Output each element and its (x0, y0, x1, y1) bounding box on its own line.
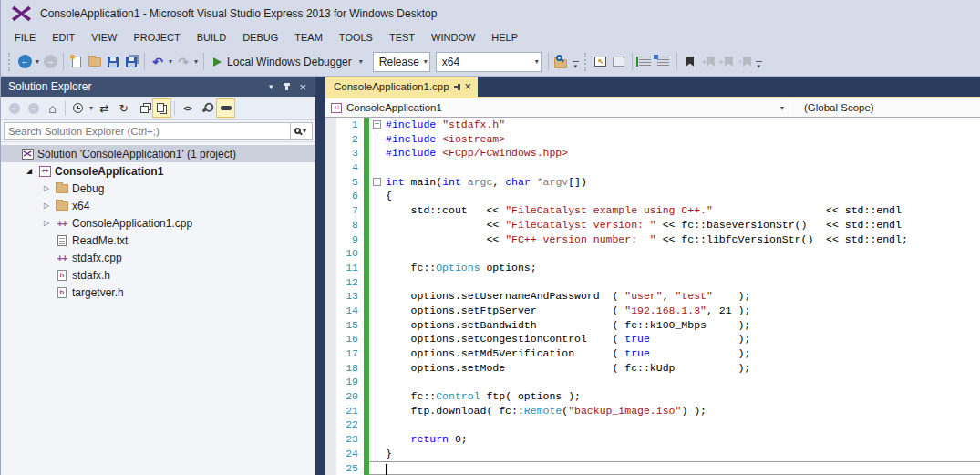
navigate-backward-button[interactable]: ← (15, 51, 34, 73)
pin-tab-icon[interactable] (454, 86, 460, 88)
tree-item-stdafx-cpp[interactable]: ++stdafx.cpp (1, 249, 315, 266)
menu-view[interactable]: VIEW (83, 29, 125, 46)
preview-selected-items-button[interactable] (216, 98, 235, 118)
close-icon[interactable]: × (295, 81, 310, 93)
menu-debug[interactable]: DEBUG (234, 29, 286, 46)
code-line-21[interactable]: 21 ftp.download( fc::Remote("backup_imag… (325, 404, 980, 418)
code-line-11[interactable]: 11 fc::Options options; (325, 261, 980, 275)
member-scope-combobox[interactable]: (Global Scope) (791, 98, 980, 117)
code-line-2[interactable]: 2#include <iostream> (325, 132, 980, 147)
platform-combobox[interactable]: x64 ▾ (436, 52, 542, 72)
undo-button[interactable]: ↶ (149, 51, 167, 73)
start-debugging-button[interactable]: Local Windows Debugger ▾ (208, 51, 370, 73)
code-line-9[interactable]: 9 << "FC++ version number: " << fc::libf… (325, 232, 980, 247)
comment-button[interactable] (610, 51, 628, 73)
tree-item-consoleapplication1[interactable]: ◢++ConsoleApplication1 (1, 162, 315, 180)
panel-splitter[interactable] (315, 77, 325, 475)
code-line-1[interactable]: 1−#include "stdafx.h" (325, 118, 980, 132)
menu-edit[interactable]: EDIT (44, 29, 83, 46)
code-line-19[interactable]: 19 (325, 375, 980, 389)
new-file-button[interactable] (67, 51, 86, 73)
code-line-25[interactable]: 25 (325, 461, 980, 475)
save-button[interactable] (104, 51, 122, 73)
find-in-files-button[interactable] (552, 51, 571, 73)
code-line-8[interactable]: 8 << "FileCatalyst version: " << fc::bas… (325, 218, 980, 232)
code-editor[interactable]: 1−#include "stdafx.h"2#include <iostream… (325, 118, 980, 475)
tree-expander-icon[interactable]: ◢ (22, 167, 36, 175)
code-line-4[interactable]: 4 (325, 160, 980, 175)
refresh-button[interactable]: ↻ (114, 98, 133, 118)
se-back-button[interactable]: ← (5, 98, 24, 118)
filter-dropdown[interactable]: ▾ (88, 104, 95, 112)
navigate-to-button[interactable]: ↖ (592, 51, 610, 73)
menu-team[interactable]: TEAM (286, 29, 331, 46)
decrease-indent-button[interactable] (636, 51, 655, 73)
se-forward-button[interactable]: → (24, 98, 43, 118)
menu-project[interactable]: PROJECT (125, 29, 188, 46)
toolbar-grip[interactable] (584, 53, 588, 71)
se-home-button[interactable]: ⌂ (43, 98, 62, 118)
code-line-6[interactable]: 6{ (325, 189, 980, 203)
menu-file[interactable]: FILE (6, 29, 44, 46)
tree-item-consoleapplication1-cpp[interactable]: ▷++ConsoleApplication1.cpp (1, 214, 315, 232)
redo-dropdown[interactable]: ▾ (192, 57, 200, 66)
navigate-backward-dropdown[interactable]: ▾ (34, 57, 41, 66)
code-line-17[interactable]: 17 options.setMd5Verification ( true ); (325, 346, 980, 361)
code-line-10[interactable]: 10 (325, 246, 980, 261)
toggle-bookmark-button[interactable] (681, 51, 699, 73)
code-line-3[interactable]: 3#include <FCpp/FCWindows.hpp> (325, 146, 980, 160)
code-line-15[interactable]: 15 options.setBandwidth ( fc::k100_Mbps … (325, 318, 980, 333)
next-bookmark-button[interactable]: ▸ (717, 51, 736, 73)
tree-item-readme-txt[interactable]: ReadMe.txt (1, 232, 315, 249)
code-line-7[interactable]: 7 std::cout << "FileCatalyst example usi… (325, 203, 980, 218)
open-file-button[interactable] (86, 51, 104, 73)
window-position-dropdown[interactable]: ▾ (263, 82, 279, 91)
toolbar-options-button[interactable]: ▾ (756, 61, 762, 70)
tab-consoleapplication1-cpp[interactable]: ConsoleApplication1.cpp × (325, 77, 478, 97)
pin-icon[interactable] (285, 83, 288, 90)
sync-with-active-document-button[interactable]: ⇄ (95, 98, 114, 118)
search-input[interactable] (4, 122, 291, 140)
navigate-forward-button[interactable]: → (41, 51, 59, 73)
code-line-16[interactable]: 16 options.setCongestionControl ( true )… (325, 332, 980, 346)
view-code-button[interactable]: <> (178, 98, 197, 118)
tree-expander-icon[interactable]: ▷ (39, 201, 54, 210)
fold-collapse-icon[interactable]: − (373, 178, 381, 186)
code-line-20[interactable]: 20 fc::Control ftp( options ); (325, 389, 980, 404)
undo-dropdown[interactable]: ▾ (167, 57, 174, 66)
previous-bookmark-button[interactable]: ◂ (699, 51, 717, 73)
search-icon[interactable] (294, 128, 301, 134)
tree-expander-icon[interactable]: ▷ (39, 184, 54, 192)
redo-button[interactable]: ↷ (174, 51, 192, 73)
project-scope-combobox[interactable]: ++ ConsoleApplication1 ▾ (325, 98, 789, 117)
tree-item-stdafx-h[interactable]: hstdafx.h (1, 266, 315, 284)
toolbar-grip[interactable] (8, 53, 12, 71)
tree-item-x64[interactable]: ▷x64 (1, 197, 315, 214)
code-line-23[interactable]: 23 return 0; (325, 432, 980, 447)
close-tab-icon[interactable]: × (465, 81, 472, 92)
increase-indent-button[interactable] (655, 51, 673, 73)
debug-target-dropdown[interactable]: ▾ (357, 57, 365, 66)
menu-help[interactable]: HELP (483, 29, 526, 46)
code-line-12[interactable]: 12 (325, 275, 980, 290)
menu-build[interactable]: BUILD (189, 29, 234, 46)
code-line-22[interactable]: 22 (325, 418, 980, 432)
collapse-all-button[interactable] (133, 98, 152, 118)
menu-test[interactable]: TEST (381, 29, 423, 46)
show-all-files-button[interactable] (152, 98, 171, 118)
save-all-button[interactable] (122, 51, 140, 73)
code-line-5[interactable]: 5−int main(int argc, char *argv[]) (325, 175, 980, 190)
properties-button[interactable] (197, 98, 216, 118)
code-line-14[interactable]: 14 options.setFtpServer ( "192.168.1.3",… (325, 304, 980, 318)
tree-expander-icon[interactable]: ▷ (39, 219, 54, 227)
clear-bookmarks-button[interactable]: × (736, 51, 754, 73)
solution-explorer-titlebar[interactable]: Solution Explorer ▾ × (1, 77, 315, 97)
code-line-18[interactable]: 18 options.setMode ( fc::kUdp ); (325, 361, 980, 376)
tree-item-debug[interactable]: ▷Debug (1, 180, 315, 197)
title-bar[interactable]: ConsoleApplication1 - Microsoft Visual S… (1, 0, 980, 27)
tree-item-targetver-h[interactable]: htargetver.h (1, 284, 315, 301)
code-line-13[interactable]: 13 options.setUsernameAndPassword ( "use… (325, 289, 980, 304)
menu-tools[interactable]: TOOLS (331, 29, 381, 46)
menu-window[interactable]: WINDOW (423, 29, 483, 46)
configuration-combobox[interactable]: Release ▾ (373, 52, 430, 72)
